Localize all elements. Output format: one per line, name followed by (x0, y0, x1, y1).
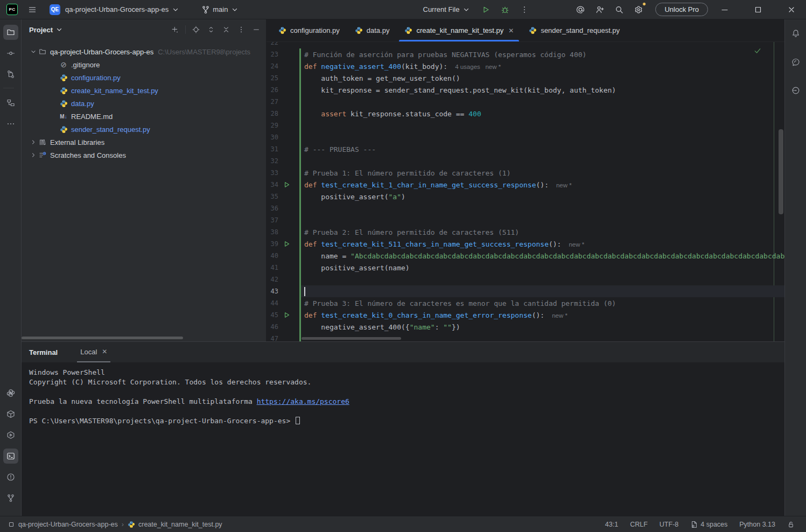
more-tool-windows-button[interactable] (3, 116, 18, 131)
tree-item-readme-md[interactable]: M↓README.md (22, 110, 266, 123)
tab-label: data.py (367, 26, 390, 34)
editor-tab-sender_stand_request-py[interactable]: sender_stand_request.py (521, 19, 627, 41)
project-tool-button[interactable] (3, 25, 18, 40)
indentation[interactable]: 4 spaces (690, 521, 727, 528)
history-tool-button[interactable] (788, 83, 803, 98)
tree-item-label: Scratches and Consoles (50, 151, 126, 159)
tree-item-sender-stand-request-py[interactable]: sender_stand_request.py (22, 123, 266, 136)
expand-all-button[interactable] (205, 23, 218, 36)
project-panel-toolbar (169, 23, 263, 36)
search-everywhere-button[interactable] (612, 3, 626, 16)
tree-item-label: qa-project-Urban-Grocers-app-es (50, 48, 153, 56)
code-line-24: 24def negative_assert_400(kit_body):4 us… (267, 60, 784, 72)
collapse-all-button[interactable] (220, 23, 233, 36)
tree-item-configuration-py[interactable]: configuration.py (22, 71, 266, 84)
services-tool-button[interactable] (3, 428, 18, 443)
minimize-button[interactable] (718, 3, 732, 16)
python-file-icon (60, 74, 68, 82)
tree-item-create-kit-name-kit-test-py[interactable]: create_kit_name_kit_test.py (22, 84, 266, 97)
run-button[interactable] (479, 3, 493, 16)
chevron-down-icon (230, 5, 239, 14)
commit-tool-button[interactable] (3, 46, 18, 61)
encoding[interactable]: UTF-8 (660, 521, 678, 528)
status-widgets: 43:1CRLFUTF-84 spacesPython 3.13 (605, 521, 806, 528)
tree-item-external-libraries[interactable]: External Libraries (22, 136, 266, 149)
package-icon (6, 410, 15, 418)
locate-file-button[interactable] (190, 23, 202, 36)
run-test-button[interactable] (283, 240, 290, 248)
pycharm-logo: PC (6, 4, 18, 15)
line-number: 43 (267, 288, 278, 295)
file-lock[interactable] (787, 521, 797, 528)
project-panel-selector[interactable]: Project (29, 25, 64, 34)
settings-button[interactable] (632, 3, 646, 16)
ai-assistant-tool-button[interactable] (788, 54, 803, 69)
close-icon[interactable]: ✕ (102, 348, 107, 355)
notifications-tool-button[interactable] (788, 26, 803, 41)
tree-item-label: configuration.py (71, 74, 121, 82)
tree-item-label: create_kit_name_kit_test.py (71, 87, 158, 95)
vcs-change-bar (299, 120, 301, 131)
tree-item-data-py[interactable]: data.py (22, 97, 266, 110)
version-control-tool-button[interactable] (3, 491, 18, 506)
close-button[interactable] (784, 3, 798, 16)
line-number: 27 (267, 98, 278, 106)
breadcrumb-item[interactable]: create_kit_name_kit_test.py (128, 521, 222, 528)
pull-requests-tool-button[interactable] (3, 67, 18, 82)
breadcrumb-separator: › (122, 521, 124, 528)
project-tree: qa-project-Urban-Grocers-app-esC:\Users\… (22, 45, 266, 162)
problems-tool-button[interactable] (3, 470, 18, 485)
tree-item-label: .gitignore (71, 61, 100, 69)
add-button[interactable] (169, 23, 181, 36)
run-test-button[interactable] (283, 311, 290, 319)
python-file-icon (404, 26, 412, 34)
breadcrumb-item[interactable]: qa-project-Urban-Grocers-app-es (8, 521, 118, 528)
hide-button[interactable] (250, 23, 263, 36)
inspections-ok-checkmark[interactable] (753, 46, 762, 55)
options-button[interactable] (235, 23, 248, 36)
terminal-tool-button[interactable] (3, 449, 18, 464)
tree-item-scratches-and-consoles[interactable]: Scratches and Consoles (22, 149, 266, 162)
editor-horizontal-scrollbar[interactable] (302, 337, 401, 340)
code-line-44: 44# Prueba 3: El número de caracteres es… (267, 297, 784, 309)
vcs-branch-selector[interactable]: main (199, 3, 242, 16)
python-interpreter[interactable]: Python 3.13 (739, 521, 775, 528)
project-selector[interactable]: QE qa-project-Urban-Grocers-app-es (47, 2, 183, 17)
editor-vertical-scrollbar[interactable] (779, 129, 783, 214)
python-packages-tool-button[interactable] (3, 407, 18, 422)
editor-tab-create_kit_name_kit_test-py[interactable]: create_kit_name_kit_test.py✕ (397, 19, 521, 41)
code-with-me-button[interactable] (593, 3, 607, 16)
tree-item-qa-project-urban-grocers-app-es[interactable]: qa-project-Urban-Grocers-app-esC:\Users\… (22, 45, 266, 58)
structure-tool-button[interactable] (3, 95, 18, 110)
maximize-button[interactable] (751, 3, 765, 16)
python-file-icon (278, 26, 286, 34)
project-horizontal-scrollbar[interactable] (22, 337, 183, 339)
unlock-pro-button[interactable]: Unlock Pro (655, 3, 708, 16)
terminal-link[interactable]: https://aka.ms/pscore6 (257, 397, 349, 405)
tree-item--gitignore[interactable]: ⊘.gitignore (22, 58, 266, 71)
terminal-output[interactable]: Windows PowerShellCopyright (C) Microsof… (22, 362, 784, 426)
terminal-tab-local[interactable]: Local ✕ (77, 342, 110, 362)
run-config-label: Current File (423, 5, 460, 13)
run-configuration-selector[interactable]: Current File (420, 3, 474, 16)
kebab-icon (237, 26, 245, 33)
line-separator[interactable]: CRLF (630, 521, 648, 528)
hamburger-icon (28, 5, 37, 14)
debug-button[interactable] (498, 3, 512, 16)
run-arrow-icon (283, 311, 290, 319)
editor-tab-data-py[interactable]: data.py (347, 19, 397, 41)
history-icon (791, 86, 800, 95)
code-viewport[interactable]: 2223# Función de aserción para pruebas N… (267, 42, 784, 341)
ai-assistant-button[interactable] (573, 3, 587, 16)
python-console-tool-button[interactable] (3, 386, 18, 401)
close-tab-icon[interactable]: ✕ (508, 27, 514, 34)
toolbar-divider (185, 25, 186, 34)
more-actions-button[interactable] (517, 3, 531, 16)
run-test-button[interactable] (283, 181, 290, 188)
line-number: 22 (267, 42, 278, 46)
line-number: 37 (267, 216, 278, 224)
editor-tab-configuration-py[interactable]: configuration.py (271, 19, 347, 41)
caret-position[interactable]: 43:1 (605, 521, 618, 528)
main-menu-button[interactable] (25, 3, 39, 16)
structure-icon (6, 99, 15, 107)
